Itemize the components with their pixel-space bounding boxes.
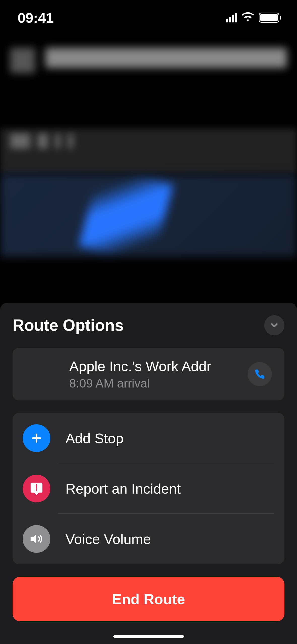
status-icons: [226, 12, 279, 23]
sheet-header: Route Options: [13, 315, 284, 335]
home-indicator[interactable]: [113, 635, 184, 638]
report-incident-option[interactable]: Report an Incident: [13, 463, 284, 514]
cellular-signal-icon: [226, 13, 237, 22]
end-route-button[interactable]: End Route: [13, 577, 284, 621]
destination-name: Apple Inc.'s Work Addr: [69, 358, 243, 374]
speaker-icon: [23, 525, 50, 553]
chevron-down-icon: [269, 320, 279, 330]
add-stop-option[interactable]: Add Stop: [13, 413, 284, 463]
navigation-banner: [0, 33, 297, 128]
collapse-button[interactable]: [264, 315, 284, 335]
voice-volume-option[interactable]: Voice Volume: [13, 514, 284, 564]
status-bar: 09:41: [0, 0, 297, 33]
battery-icon: [259, 13, 279, 23]
wifi-icon: [242, 12, 254, 23]
call-button[interactable]: [248, 362, 272, 386]
report-icon: [23, 475, 50, 502]
map-view[interactable]: [0, 174, 297, 257]
destination-eta: 8:09 AM arrival: [69, 376, 243, 390]
sheet-title: Route Options: [13, 316, 124, 335]
route-options-sheet: Route Options Apple Inc.'s Work Addr 8:0…: [0, 303, 297, 644]
option-label: Add Stop: [65, 430, 123, 446]
plus-icon: [23, 424, 50, 452]
phone-icon: [254, 369, 265, 380]
destination-card[interactable]: Apple Inc.'s Work Addr 8:09 AM arrival: [13, 348, 284, 400]
destination-info: Apple Inc.'s Work Addr 8:09 AM arrival: [25, 358, 243, 390]
svg-point-0: [36, 489, 37, 491]
option-label: Report an Incident: [65, 480, 181, 497]
navigation-strip: [0, 128, 297, 174]
option-label: Voice Volume: [65, 531, 151, 547]
options-list: Add Stop Report an Incident: [13, 413, 284, 564]
status-time: 09:41: [18, 10, 54, 26]
